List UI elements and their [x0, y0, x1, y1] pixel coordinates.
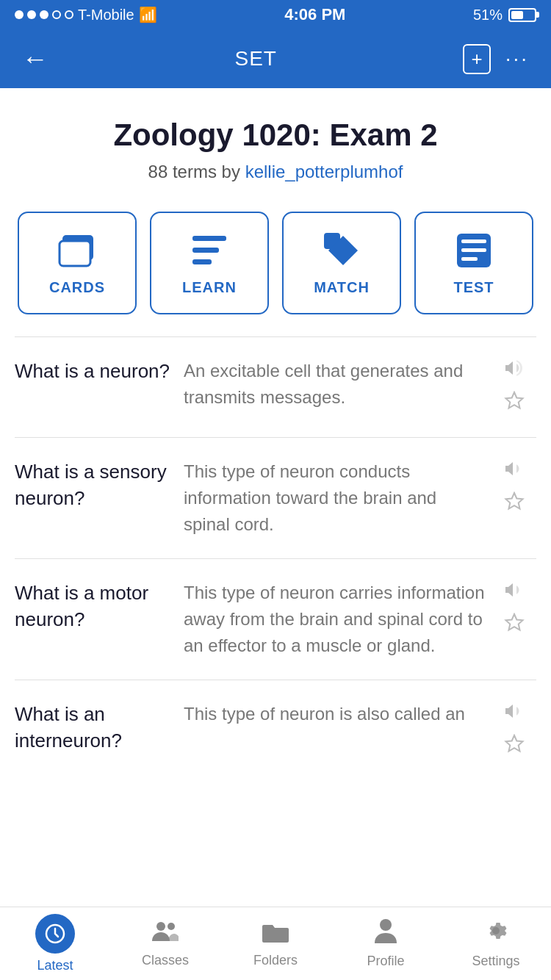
- folders-label: Folders: [253, 953, 298, 968]
- add-icon: +: [471, 48, 482, 71]
- sound-icon-0[interactable]: [504, 358, 525, 383]
- svg-rect-10: [461, 257, 478, 261]
- match-button[interactable]: MATCH: [282, 212, 401, 314]
- svg-marker-13: [506, 614, 523, 630]
- test-icon: [457, 234, 491, 267]
- svg-rect-8: [461, 239, 486, 243]
- learn-label: LEARN: [182, 279, 237, 296]
- cards-label: CARDS: [49, 279, 105, 296]
- battery-icon: [508, 8, 536, 22]
- tab-folders[interactable]: Folders: [231, 920, 320, 968]
- term-actions-2: [492, 580, 536, 638]
- svg-rect-3: [192, 248, 219, 253]
- signal-dots: [15, 10, 73, 19]
- term-text-1: What is a sensory neuron?: [15, 458, 176, 512]
- learn-icon: [192, 236, 226, 265]
- star-icon-3[interactable]: [504, 734, 525, 760]
- cards-icon: [58, 234, 96, 267]
- tab-classes[interactable]: Classes: [121, 920, 209, 968]
- term-text-3: What is an interneuron?: [15, 701, 176, 754]
- nav-bar: ← SET + ···: [0, 29, 551, 88]
- action-buttons: CARDS LEARN MATCH: [0, 204, 551, 336]
- svg-marker-12: [506, 493, 523, 509]
- term-count: 88 terms by: [148, 162, 240, 181]
- table-row: What is a neuron? An excitable cell that…: [0, 337, 551, 437]
- svg-rect-9: [461, 248, 486, 252]
- match-label: MATCH: [314, 279, 370, 296]
- star-icon-2[interactable]: [504, 613, 525, 638]
- svg-marker-14: [506, 735, 523, 752]
- latest-label: Latest: [37, 958, 73, 973]
- classes-label: Classes: [142, 953, 189, 968]
- nav-title: SET: [235, 47, 277, 71]
- match-icon-area: [322, 231, 361, 270]
- status-bar: T-Mobile 📶 4:06 PM 51%: [0, 0, 551, 29]
- svg-rect-2: [192, 236, 226, 241]
- sound-icon-3[interactable]: [504, 701, 525, 727]
- def-text-0: An excitable cell that generates and tra…: [184, 358, 485, 411]
- table-row: What is an interneuron? This type of neu…: [0, 680, 551, 780]
- more-button[interactable]: ···: [505, 47, 529, 71]
- svg-point-18: [380, 919, 392, 931]
- folder-icon: [262, 920, 289, 943]
- table-row: What is a motor neuron? This type of neu…: [0, 559, 551, 680]
- term-text-2: What is a motor neuron?: [15, 580, 176, 633]
- settings-label: Settings: [472, 954, 519, 969]
- def-text-2: This type of neuron carries information …: [184, 580, 485, 659]
- set-header: Zoology 1020: Exam 2 88 terms by kellie_…: [0, 88, 551, 204]
- tab-settings[interactable]: Settings: [452, 918, 540, 969]
- tab-bar: Latest Classes Folders: [0, 907, 551, 980]
- status-right: 51%: [473, 7, 536, 24]
- carrier-label: T-Mobile: [78, 7, 134, 24]
- battery-fill: [511, 11, 524, 19]
- star-icon-0[interactable]: [504, 391, 525, 417]
- people-icon: [152, 920, 179, 943]
- svg-rect-4: [192, 259, 212, 264]
- sound-icon-2[interactable]: [504, 580, 525, 605]
- gear-icon: [483, 918, 508, 943]
- term-actions-0: [492, 358, 536, 417]
- add-button[interactable]: +: [463, 44, 490, 74]
- svg-marker-11: [506, 392, 523, 408]
- def-text-1: This type of neuron conducts information…: [184, 458, 485, 538]
- term-text-0: What is a neuron?: [15, 358, 176, 384]
- back-button[interactable]: ←: [22, 43, 48, 74]
- signal-dot-3: [40, 10, 48, 19]
- sound-icon-1[interactable]: [504, 458, 525, 484]
- signal-dot-1: [15, 10, 24, 19]
- nav-actions: + ···: [463, 44, 529, 74]
- person-icon: [375, 918, 397, 943]
- cards-icon-area: [57, 231, 97, 270]
- test-button[interactable]: TEST: [414, 212, 533, 314]
- profile-icon: [375, 918, 397, 949]
- star-icon-1[interactable]: [504, 491, 525, 517]
- test-icon-area: [454, 231, 494, 270]
- latest-icon-circle: [35, 914, 75, 954]
- def-text-3: This type of neuron is also called an: [184, 701, 485, 727]
- match-icon: [324, 233, 359, 268]
- signal-dot-5: [65, 10, 73, 19]
- signal-dot-4: [52, 10, 61, 19]
- learn-button[interactable]: LEARN: [150, 212, 269, 314]
- author-link[interactable]: kellie_potterplumhof: [245, 162, 403, 181]
- learn-icon-area: [190, 231, 229, 270]
- term-list: What is a neuron? An excitable cell that…: [0, 336, 551, 780]
- signal-dot-2: [27, 10, 36, 19]
- tab-latest[interactable]: Latest: [11, 914, 99, 973]
- term-actions-3: [492, 701, 536, 760]
- test-label: TEST: [453, 279, 494, 296]
- cards-button[interactable]: CARDS: [18, 212, 137, 314]
- set-title: Zoology 1020: Exam 2: [22, 118, 529, 153]
- folders-icon: [262, 920, 289, 948]
- battery-percent: 51%: [473, 7, 503, 24]
- svg-rect-1: [60, 241, 90, 266]
- tab-profile[interactable]: Profile: [342, 918, 430, 969]
- table-row: What is a sensory neuron? This type of n…: [0, 438, 551, 558]
- wifi-icon: 📶: [139, 6, 157, 24]
- settings-icon: [483, 918, 508, 949]
- classes-icon: [152, 920, 179, 948]
- svg-point-16: [156, 922, 165, 931]
- term-actions-1: [492, 458, 536, 517]
- clock-icon: [45, 923, 65, 944]
- status-time: 4:06 PM: [284, 5, 345, 24]
